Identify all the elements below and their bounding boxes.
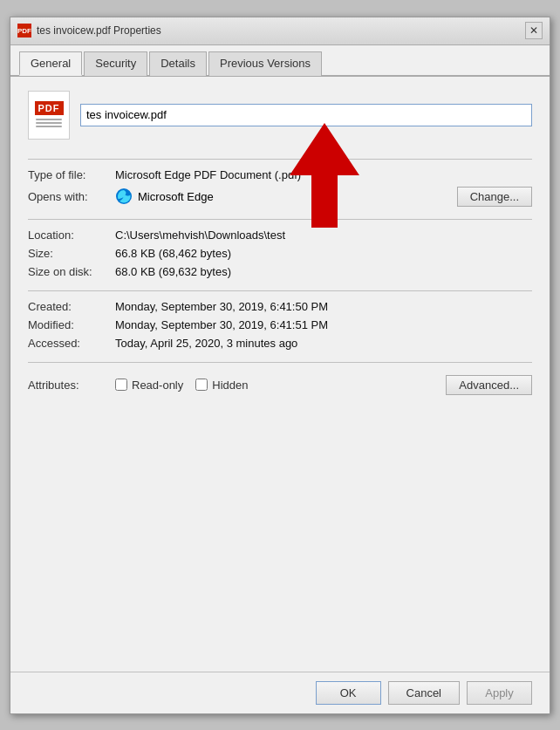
- size-section: Location: C:\Users\mehvish\Downloads\tes…: [28, 229, 532, 278]
- file-type-section: Type of file: Microsoft Edge PDF Documen…: [28, 168, 532, 207]
- hidden-label: Hidden: [212, 379, 248, 392]
- window-title: tes invoicew.pdf Properties: [37, 24, 161, 37]
- advanced-button[interactable]: Advanced...: [446, 375, 532, 395]
- pdf-line-2: [36, 122, 62, 124]
- pdf-icon-lines: [36, 117, 62, 129]
- location-value: C:\Users\mehvish\Downloads\test: [115, 229, 532, 242]
- attributes-controls: Read-only Hidden Advanced...: [115, 375, 532, 395]
- divider-4: [28, 362, 532, 363]
- tab-general[interactable]: General: [19, 51, 82, 76]
- size-label: Size:: [28, 247, 115, 260]
- pdf-badge: PDF: [35, 101, 64, 115]
- opens-with-row: Opens with: Microsoft Edge Change...: [28, 187, 532, 207]
- properties-window: PDF tes invoicew.pdf Properties ✕ Genera…: [10, 17, 550, 714]
- size-disk-row: Size on disk: 68.0 KB (69,632 bytes): [28, 265, 532, 278]
- file-header: PDF: [28, 91, 532, 140]
- footer: OK Cancel Apply: [10, 672, 550, 713]
- hidden-checkbox[interactable]: [195, 379, 208, 391]
- readonly-checkbox[interactable]: [115, 379, 127, 391]
- modified-value: Monday, September 30, 2019, 6:41:51 PM: [115, 318, 532, 331]
- svg-marker-1: [290, 123, 359, 228]
- tab-bar: General Security Details Previous Versio…: [10, 45, 550, 77]
- type-label: Type of file:: [28, 168, 115, 181]
- divider-2: [28, 219, 532, 220]
- hidden-checkbox-label[interactable]: Hidden: [195, 379, 248, 392]
- opens-label: Opens with:: [28, 190, 115, 203]
- size-value: 66.8 KB (68,462 bytes): [115, 247, 532, 260]
- title-bar: PDF tes invoicew.pdf Properties ✕: [10, 17, 550, 45]
- close-button[interactable]: ✕: [525, 22, 543, 39]
- title-bar-left: PDF tes invoicew.pdf Properties: [17, 24, 161, 38]
- pdf-line-1: [36, 119, 62, 120]
- type-row: Type of file: Microsoft Edge PDF Documen…: [28, 168, 532, 181]
- accessed-label: Accessed:: [28, 337, 115, 350]
- apply-button[interactable]: Apply: [467, 681, 532, 705]
- ok-button[interactable]: OK: [316, 681, 381, 705]
- tab-details[interactable]: Details: [149, 51, 207, 76]
- readonly-checkbox-label[interactable]: Read-only: [115, 379, 183, 392]
- edge-icon: [115, 188, 133, 205]
- attributes-label: Attributes:: [28, 379, 115, 392]
- opens-with-value: Microsoft Edge: [115, 188, 457, 205]
- readonly-label: Read-only: [132, 379, 183, 392]
- tab-content: PDF Type of file: Microsoft Edge PDF Doc…: [10, 77, 550, 672]
- location-label: Location:: [28, 229, 115, 242]
- pdf-file-icon: PDF: [28, 91, 70, 140]
- pdf-line-3: [36, 126, 62, 127]
- modified-label: Modified:: [28, 318, 115, 331]
- created-row: Created: Monday, September 30, 2019, 6:4…: [28, 300, 532, 313]
- change-button[interactable]: Change...: [457, 187, 532, 207]
- size-disk-value: 68.0 KB (69,632 bytes): [115, 265, 532, 278]
- attributes-row: Attributes: Read-only Hidden Advanced...: [28, 375, 532, 395]
- size-row: Size: 66.8 KB (68,462 bytes): [28, 247, 532, 260]
- divider-3: [28, 290, 532, 291]
- location-row: Location: C:\Users\mehvish\Downloads\tes…: [28, 229, 532, 242]
- created-value: Monday, September 30, 2019, 6:41:50 PM: [115, 300, 532, 313]
- opens-app-name: Microsoft Edge: [138, 190, 214, 203]
- red-arrow: [290, 123, 359, 230]
- accessed-row: Accessed: Today, April 25, 2020, 3 minut…: [28, 337, 532, 350]
- arrow-svg: [290, 123, 359, 228]
- cancel-button[interactable]: Cancel: [388, 681, 460, 705]
- accessed-value: Today, April 25, 2020, 3 minutes ago: [115, 337, 532, 350]
- divider-1: [28, 159, 532, 160]
- window-icon: PDF: [17, 24, 31, 38]
- dates-section: Created: Monday, September 30, 2019, 6:4…: [28, 300, 532, 350]
- tab-previous-versions[interactable]: Previous Versions: [208, 51, 322, 76]
- created-label: Created:: [28, 300, 115, 313]
- modified-row: Modified: Monday, September 30, 2019, 6:…: [28, 318, 532, 331]
- tab-security[interactable]: Security: [84, 51, 147, 76]
- size-disk-label: Size on disk:: [28, 265, 115, 278]
